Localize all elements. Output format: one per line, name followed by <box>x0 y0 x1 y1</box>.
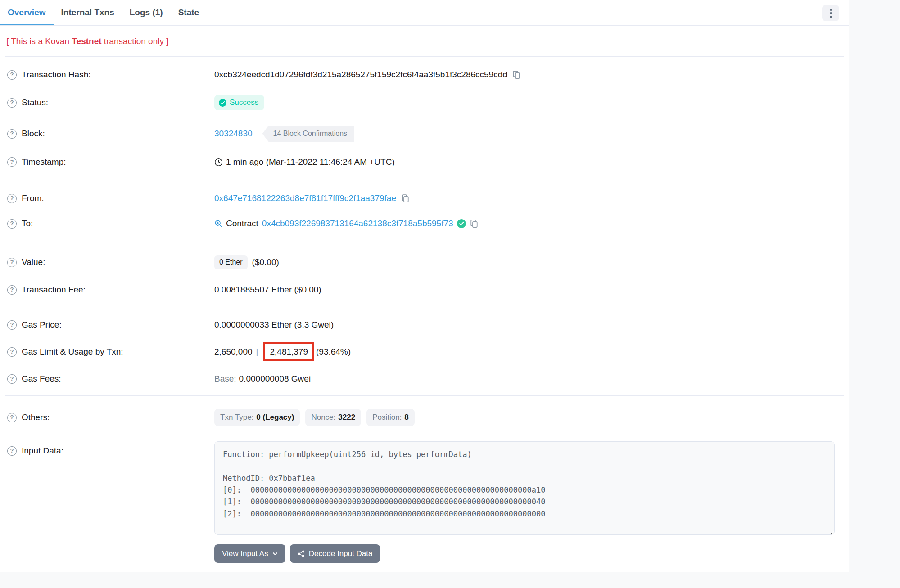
copy-icon <box>470 219 479 228</box>
gas-fees-base-value: 0.000000008 Gwei <box>239 374 311 384</box>
to-label: To: <box>22 219 33 229</box>
tab-logs[interactable]: Logs (1) <box>122 0 171 25</box>
txn-type-key: Txn Type: <box>220 413 253 422</box>
view-input-as-label: View Input As <box>222 549 268 558</box>
row-status: ? Status: Success <box>0 87 849 118</box>
gas-limit-label: Gas Limit & Usage by Txn: <box>22 347 123 357</box>
share-nodes-icon <box>298 550 305 557</box>
question-circle-icon[interactable]: ? <box>7 258 17 267</box>
input-data-actions: View Input As <box>214 544 842 563</box>
section-gas: ? Gas Price: 0.0000000033 Ether (3.3 Gwe… <box>0 308 849 395</box>
transaction-overview-card: Overview Internal Txns Logs (1) State [ … <box>0 0 849 578</box>
section-parties: ? From: 0x647e7168122263d8e7f81f17fff9c2… <box>0 180 849 242</box>
question-circle-icon[interactable]: ? <box>7 219 17 229</box>
value-usd: ($0.00) <box>252 257 279 267</box>
from-label: From: <box>22 193 44 203</box>
position-key: Position: <box>372 413 402 422</box>
question-circle-icon[interactable]: ? <box>7 98 17 108</box>
verified-check-icon <box>457 219 466 228</box>
input-data-textarea[interactable]: Function: performUpkeep(uint256 id, byte… <box>214 441 835 535</box>
gas-used-value: 2,481,379 <box>270 347 308 356</box>
copy-icon <box>401 194 410 203</box>
gas-limit-separator: | <box>253 347 262 357</box>
testnet-warning-prefix: [ This is a Kovan <box>6 36 72 46</box>
row-gas-fees: ? Gas Fees: Base: 0.000000008 Gwei <box>0 368 849 390</box>
decode-input-data-button[interactable]: Decode Input Data <box>290 544 380 563</box>
annotation-red-box: 2,481,379 <box>263 342 314 361</box>
txn-type-badge: Txn Type: 0 (Legacy) <box>214 409 300 426</box>
copy-from-address-button[interactable] <box>401 194 410 203</box>
nonce-value: 3222 <box>338 413 355 422</box>
transaction-hash-label: Transaction Hash: <box>22 70 90 80</box>
nonce-badge: Nonce: 3222 <box>305 409 361 426</box>
block-number-link[interactable]: 30324830 <box>214 129 253 139</box>
copy-icon <box>512 70 521 79</box>
question-circle-icon[interactable]: ? <box>7 374 17 384</box>
tab-state[interactable]: State <box>171 0 207 25</box>
zoom-in-icon[interactable] <box>214 220 222 228</box>
row-value: ? Value: 0 Ether ($0.00) <box>0 247 849 277</box>
txn-type-value: 0 (Legacy) <box>256 413 294 422</box>
question-circle-icon[interactable]: ? <box>7 285 17 295</box>
position-badge: Position: 8 <box>366 409 415 426</box>
row-transaction-fee: ? Transaction Fee: 0.0081885507 Ether ($… <box>0 277 849 302</box>
check-circle-icon <box>219 99 226 107</box>
status-badge: Success <box>214 95 264 110</box>
question-circle-icon[interactable]: ? <box>7 70 17 80</box>
question-circle-icon[interactable]: ? <box>7 446 17 456</box>
to-address-link[interactable]: 0x4cb093f226983713164a62138c3f718a5b595f… <box>262 219 453 229</box>
page-background-strip <box>0 572 849 588</box>
more-options-button[interactable] <box>822 5 839 21</box>
block-label: Block: <box>22 129 45 139</box>
gas-limit-value: 2,650,000 <box>214 347 253 357</box>
question-circle-icon[interactable]: ? <box>7 413 17 422</box>
gas-fees-base-label: Base: <box>214 374 236 384</box>
question-circle-icon[interactable]: ? <box>7 129 17 139</box>
transaction-fee-value: 0.0081885507 Ether ($0.00) <box>214 285 321 295</box>
copy-tx-hash-button[interactable] <box>512 70 521 79</box>
nonce-key: Nonce: <box>311 413 335 422</box>
question-circle-icon[interactable]: ? <box>7 157 17 167</box>
row-others: ? Others: Txn Type: 0 (Legacy) Nonce: 32… <box>0 401 849 434</box>
row-to: ? To: Contract 0x4cb093f226983713164a621… <box>0 211 849 236</box>
row-gas-price: ? Gas Price: 0.0000000033 Ether (3.3 Gwe… <box>0 314 849 336</box>
tab-internal-txns[interactable]: Internal Txns <box>54 0 122 25</box>
timestamp-label: Timestamp: <box>22 157 66 167</box>
section-value: ? Value: 0 Ether ($0.00) ? Transaction F… <box>0 242 849 308</box>
clock-icon <box>214 158 223 166</box>
block-confirmations-badge: 14 Block Confirmations <box>262 126 355 142</box>
others-label: Others: <box>22 413 50 422</box>
gas-fees-label: Gas Fees: <box>22 374 61 384</box>
transaction-hash-value: 0xcb324eedcd1d07296fdf3d215a2865275f159c… <box>214 70 507 80</box>
gas-price-label: Gas Price: <box>22 320 62 330</box>
to-contract-word: Contract <box>226 219 258 229</box>
testnet-warning-bold: Testnet <box>72 36 101 46</box>
status-badge-text: Success <box>230 98 258 107</box>
tab-overview[interactable]: Overview <box>0 0 54 25</box>
value-label: Value: <box>22 257 45 267</box>
row-transaction-hash: ? Transaction Hash: 0xcb324eedcd1d07296f… <box>0 62 849 87</box>
section-summary: ? Transaction Hash: 0xcb324eedcd1d07296f… <box>0 57 849 180</box>
copy-to-address-button[interactable] <box>470 219 479 228</box>
gas-price-value: 0.0000000033 Ether (3.3 Gwei) <box>214 320 334 330</box>
testnet-warning-suffix: transaction only ] <box>102 36 169 46</box>
row-timestamp: ? Timestamp: 1 min ago (Mar-11-2022 11:4… <box>0 149 849 175</box>
transaction-fee-label: Transaction Fee: <box>22 285 86 295</box>
view-input-as-button[interactable]: View Input As <box>214 544 285 563</box>
testnet-warning: [ This is a Kovan Testnet transaction on… <box>0 26 849 56</box>
input-data-label: Input Data: <box>22 446 63 456</box>
question-circle-icon[interactable]: ? <box>7 320 17 330</box>
tab-bar: Overview Internal Txns Logs (1) State <box>0 0 849 26</box>
question-circle-icon[interactable]: ? <box>7 194 17 203</box>
gas-used-percent: (93.64%) <box>316 347 351 357</box>
row-block: ? Block: 30324830 14 Block Confirmations <box>0 118 849 149</box>
timestamp-value: 1 min ago (Mar-11-2022 11:46:24 AM +UTC) <box>226 157 395 167</box>
vertical-ellipsis-icon <box>830 9 832 18</box>
status-label: Status: <box>22 98 48 108</box>
row-input-data: ? Input Data: Function: performUpkeep(ui… <box>0 434 849 570</box>
row-gas-limit-usage: ? Gas Limit & Usage by Txn: 2,650,000 | … <box>0 336 849 368</box>
decode-input-data-label: Decode Input Data <box>309 549 373 558</box>
question-circle-icon[interactable]: ? <box>7 347 17 357</box>
from-address-link[interactable]: 0x647e7168122263d8e7f81f17fff9c2f1aa379f… <box>214 193 396 203</box>
section-others: ? Others: Txn Type: 0 (Legacy) Nonce: 32… <box>0 396 849 578</box>
